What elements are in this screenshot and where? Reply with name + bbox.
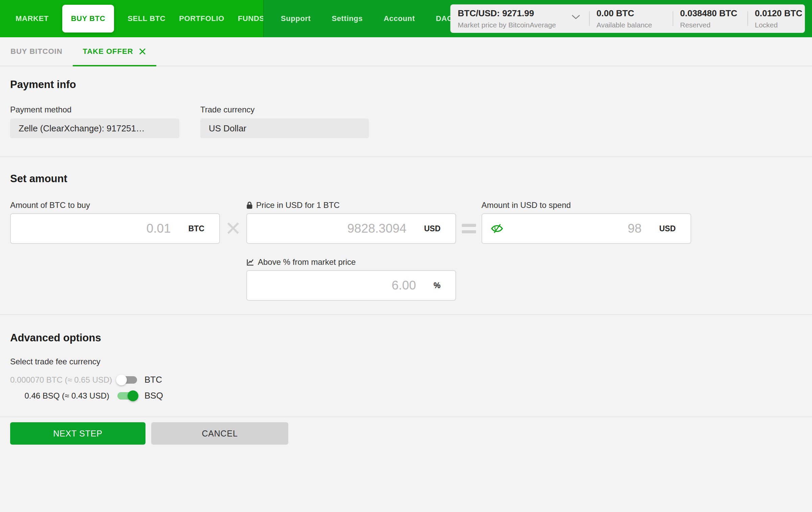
market-price-source: Market price by BitcoinAverage: [458, 21, 589, 29]
deviation-inputbox: %: [246, 270, 456, 301]
deviation-input[interactable]: [256, 278, 416, 293]
nav-secondary-section: Support Settings Account DAO BTC/USD: 92…: [263, 0, 812, 37]
locked-balance-cell: 0.0120 BTC Locked: [747, 4, 805, 33]
fee-bsq-amount: 0.46 BSQ (≈ 0.43 USD): [10, 391, 109, 401]
cancel-button[interactable]: CANCEL: [151, 422, 288, 445]
market-price-and-balances: BTC/USD: 9271.99 Market price by Bitcoin…: [450, 4, 805, 33]
locked-balance-label: Locked: [755, 21, 805, 29]
spend-input[interactable]: [506, 221, 641, 236]
top-nav: MARKET BUY BTC SELL BTC PORTFOLIO FUNDS …: [0, 0, 812, 37]
deviation-label-row: Above % from market price: [246, 257, 802, 267]
payment-info-section: Payment info Payment method Zelle (Clear…: [0, 66, 812, 156]
nav-item-portfolio[interactable]: PORTFOLIO: [179, 14, 224, 23]
toggle-knob: [116, 375, 127, 385]
sub-tab-bar: BUY BITCOIN TAKE OFFER: [0, 37, 812, 66]
action-button-row: NEXT STEP CANCEL: [0, 422, 812, 445]
market-price-pair: BTC/USD: 9271.99: [458, 8, 589, 19]
btc-amount-label: Amount of BTC to buy: [10, 200, 220, 210]
reserved-balance-label: Reserved: [680, 21, 747, 29]
chevron-down-icon: [571, 15, 580, 20]
trade-currency-field: Trade currency US Dollar: [200, 105, 369, 138]
toggle-knob: [128, 390, 138, 401]
nav-item-sell-btc[interactable]: SELL BTC: [128, 14, 165, 23]
deviation-suffix: %: [434, 281, 441, 290]
trade-currency-label: Trade currency: [200, 105, 369, 114]
eye-off-icon: [491, 223, 503, 234]
payment-method-field: Payment method Zelle (ClearXchange): 917…: [10, 105, 179, 138]
multiply-icon: ✕: [225, 219, 242, 238]
tab-buy-bitcoin[interactable]: BUY BITCOIN: [10, 47, 63, 56]
nav-main-section: MARKET BUY BTC SELL BTC PORTFOLIO FUNDS: [0, 0, 263, 37]
app-window: MARKET BUY BTC SELL BTC PORTFOLIO FUNDS …: [0, 0, 812, 512]
price-inputbox: USD: [246, 213, 456, 244]
fee-btc-amount: 0.000070 BTC (≈ 0.65 USD): [10, 375, 109, 385]
advanced-options-section: Advanced options Select trade fee curren…: [0, 315, 812, 417]
payment-info-title: Payment info: [10, 79, 802, 91]
spend-inputbox: USD: [481, 213, 691, 244]
next-step-button[interactable]: NEXT STEP: [10, 422, 145, 445]
advanced-options-title: Advanced options: [10, 332, 802, 344]
lock-icon: [246, 201, 253, 209]
close-icon[interactable]: [139, 48, 146, 55]
reserved-balance-value: 0.038480 BTC: [680, 8, 747, 19]
fee-bsq-currency-label: BSQ: [144, 390, 163, 401]
fee-option-btc-row: 0.000070 BTC (≈ 0.65 USD) BTC: [10, 375, 802, 385]
tab-take-offer-label: TAKE OFFER: [83, 47, 133, 56]
payment-method-value: Zelle (ClearXchange): 917251…: [10, 119, 179, 138]
nav-item-buy-btc-label: BUY BTC: [71, 14, 106, 23]
market-price-selector[interactable]: BTC/USD: 9271.99 Market price by Bitcoin…: [450, 4, 589, 33]
btc-amount-suffix: BTC: [188, 224, 204, 233]
price-label: Price in USD for 1 BTC: [256, 200, 340, 210]
nav-item-account[interactable]: Account: [384, 14, 415, 23]
trade-currency-value: US Dollar: [200, 119, 369, 138]
spend-suffix: USD: [659, 224, 676, 233]
tab-take-offer[interactable]: TAKE OFFER: [73, 37, 156, 66]
deviation-label: Above % from market price: [258, 257, 356, 267]
available-balance-value: 0.00 BTC: [596, 8, 673, 19]
set-amount-title: Set amount: [10, 173, 802, 185]
active-tab-underline: [73, 65, 156, 66]
chart-icon: [246, 258, 254, 266]
set-amount-section: Set amount Amount of BTC to buy Price in…: [0, 157, 812, 314]
nav-item-support[interactable]: Support: [281, 14, 311, 23]
price-label-row: Price in USD for 1 BTC: [246, 200, 456, 210]
nav-item-settings[interactable]: Settings: [332, 14, 363, 23]
nav-item-funds[interactable]: FUNDS: [238, 14, 265, 23]
price-input[interactable]: [256, 221, 406, 236]
price-deviation-field: Above % from market price %: [246, 257, 802, 301]
fee-btc-currency-label: BTC: [144, 375, 162, 385]
fee-toggle-bsq[interactable]: [117, 392, 137, 400]
equals-icon: [456, 224, 481, 233]
btc-amount-input[interactable]: [20, 221, 171, 236]
fee-toggle-btc[interactable]: [117, 376, 137, 384]
fee-option-bsq-row: 0.46 BSQ (≈ 0.43 USD) BSQ: [10, 390, 802, 401]
nav-item-buy-btc-active[interactable]: BUY BTC: [62, 5, 114, 33]
btc-amount-inputbox: BTC: [10, 213, 220, 244]
available-balance-cell: 0.00 BTC Available balance: [589, 4, 673, 33]
section-divider: [0, 417, 812, 417]
available-balance-label: Available balance: [596, 21, 673, 29]
payment-method-label: Payment method: [10, 105, 179, 114]
locked-balance-value: 0.0120 BTC: [755, 8, 805, 19]
price-suffix: USD: [424, 224, 441, 233]
nav-item-market[interactable]: MARKET: [16, 14, 49, 23]
trade-fee-currency-label: Select trade fee currency: [10, 357, 802, 366]
reserved-balance-cell: 0.038480 BTC Reserved: [673, 4, 747, 33]
spend-label: Amount in USD to spend: [481, 200, 691, 210]
